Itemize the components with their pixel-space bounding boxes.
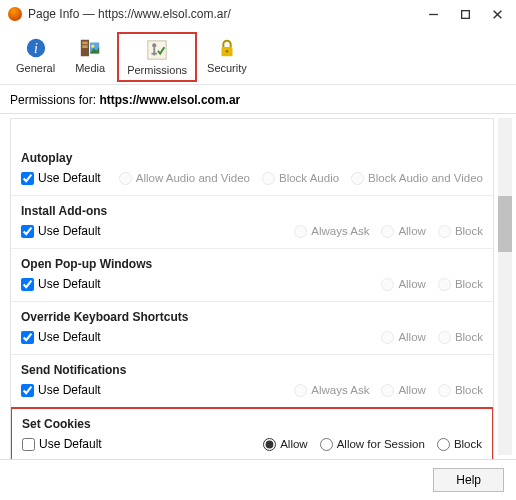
partial-row-top	[11, 119, 493, 143]
radio-block[interactable]: Block	[438, 384, 483, 397]
toolbar: i General Media Permissions Security	[0, 28, 516, 85]
titlebar: Page Info — https://www.elsol.com.ar/	[0, 0, 516, 28]
row-set-cookies: Set Cookies Use Default Allow Allow for …	[10, 407, 494, 459]
radio-allow[interactable]: Allow	[381, 225, 425, 238]
permissions-url: https://www.elsol.com.ar	[99, 93, 240, 107]
svg-text:i: i	[34, 41, 38, 56]
radio-block-av[interactable]: Block Audio and Video	[351, 172, 483, 185]
row-title: Install Add-ons	[21, 204, 483, 218]
tab-label: Security	[207, 62, 247, 74]
firefox-icon	[8, 7, 22, 21]
use-default-checkbox[interactable]: Use Default	[22, 437, 102, 451]
checkbox-label: Use Default	[38, 383, 101, 397]
radio-block[interactable]: Block	[438, 225, 483, 238]
use-default-checkbox[interactable]: Use Default	[21, 330, 101, 344]
radio-allow-session[interactable]: Allow for Session	[320, 438, 425, 451]
maximize-button[interactable]	[458, 7, 472, 21]
svg-point-16	[226, 50, 228, 52]
svg-point-12	[152, 43, 156, 47]
scrollbar-track[interactable]	[498, 118, 512, 455]
use-default-checkbox[interactable]: Use Default	[21, 171, 101, 185]
svg-point-10	[91, 45, 94, 48]
scrollbar-thumb[interactable]	[498, 196, 512, 252]
row-title: Send Notifications	[21, 363, 483, 377]
tab-label: Media	[75, 62, 105, 74]
checkbox-label: Use Default	[38, 330, 101, 344]
row-title: Autoplay	[21, 151, 483, 165]
help-button[interactable]: Help	[433, 468, 504, 492]
info-icon: i	[24, 36, 48, 60]
row-send-notif: Send Notifications Use Default Always As…	[11, 355, 493, 408]
use-default-checkbox[interactable]: Use Default	[21, 383, 101, 397]
radio-allow[interactable]: Allow	[381, 331, 425, 344]
radio-block[interactable]: Block	[438, 331, 483, 344]
tab-general[interactable]: i General	[8, 32, 63, 82]
radio-allow[interactable]: Allow	[381, 384, 425, 397]
row-popup: Open Pop-up Windows Use Default Allow Bl…	[11, 249, 493, 302]
tab-permissions[interactable]: Permissions	[117, 32, 197, 82]
checkbox-label: Use Default	[38, 224, 101, 238]
radio-block[interactable]: Block	[438, 278, 483, 291]
checkbox-label: Use Default	[39, 437, 102, 451]
svg-rect-14	[152, 53, 158, 55]
permissions-icon	[145, 38, 169, 62]
tab-security[interactable]: Security	[199, 32, 255, 82]
radio-block-audio[interactable]: Block Audio	[262, 172, 339, 185]
footer: Help	[0, 459, 516, 500]
tab-label: General	[16, 62, 55, 74]
permissions-list: Autoplay Use Default Allow Audio and Vid…	[10, 118, 494, 459]
svg-rect-8	[82, 45, 88, 48]
svg-rect-1	[461, 10, 469, 18]
use-default-checkbox[interactable]: Use Default	[21, 277, 101, 291]
radio-always-ask[interactable]: Always Ask	[294, 225, 369, 238]
tab-label: Permissions	[127, 64, 187, 76]
content-area: Autoplay Use Default Allow Audio and Vid…	[0, 113, 516, 459]
minimize-button[interactable]	[426, 7, 440, 21]
row-override-kb: Override Keyboard Shortcuts Use Default …	[11, 302, 493, 355]
svg-rect-7	[82, 42, 88, 45]
close-button[interactable]	[490, 7, 504, 21]
lock-icon	[215, 36, 239, 60]
use-default-checkbox[interactable]: Use Default	[21, 224, 101, 238]
radio-allow-av[interactable]: Allow Audio and Video	[119, 172, 250, 185]
tab-media[interactable]: Media	[65, 32, 115, 82]
checkbox-label: Use Default	[38, 171, 101, 185]
row-title: Override Keyboard Shortcuts	[21, 310, 483, 324]
window-title: Page Info — https://www.elsol.com.ar/	[28, 7, 426, 21]
row-autoplay: Autoplay Use Default Allow Audio and Vid…	[11, 143, 493, 196]
radio-always-ask[interactable]: Always Ask	[294, 384, 369, 397]
permissions-label: Permissions for:	[10, 93, 96, 107]
row-title: Set Cookies	[22, 417, 482, 431]
row-title: Open Pop-up Windows	[21, 257, 483, 271]
permissions-header: Permissions for: https://www.elsol.com.a…	[0, 85, 516, 113]
radio-allow[interactable]: Allow	[381, 278, 425, 291]
media-icon	[78, 36, 102, 60]
checkbox-label: Use Default	[38, 277, 101, 291]
row-install-addons: Install Add-ons Use Default Always Ask A…	[11, 196, 493, 249]
radio-allow[interactable]: Allow	[263, 438, 307, 451]
radio-block[interactable]: Block	[437, 438, 482, 451]
